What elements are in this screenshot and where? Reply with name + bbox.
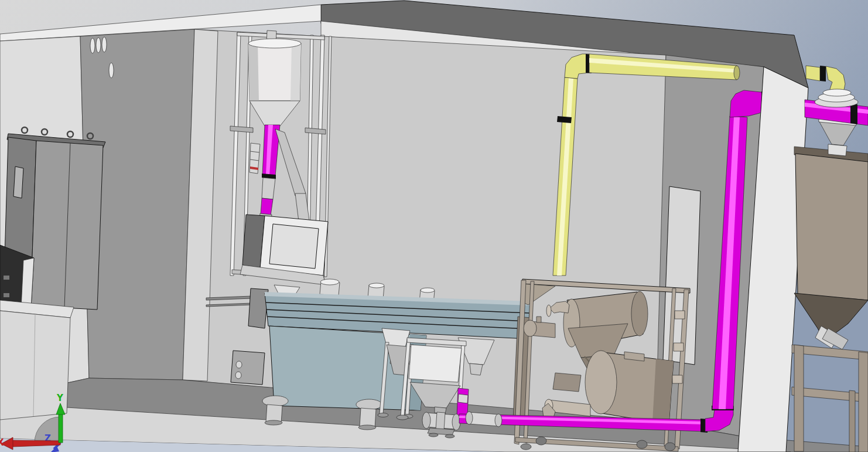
pipe-clamp (850, 103, 857, 124)
x-axis-label: X (0, 437, 4, 448)
pipe-sleeve (262, 178, 275, 199)
cable-hole (102, 37, 107, 52)
pipe-clamp (820, 66, 826, 81)
cable-hole (96, 38, 101, 53)
silo-body[interactable] (795, 154, 868, 300)
monitor-button[interactable] (4, 276, 9, 280)
hinge (675, 311, 685, 319)
y-axis-label: Y (56, 393, 64, 403)
yellow-pipe-end (734, 66, 740, 80)
bracket-knob (236, 361, 242, 368)
hopper-magenta-pipe2[interactable] (261, 198, 273, 216)
hopper-lid (248, 39, 301, 48)
pipe-sleeve (458, 394, 468, 403)
sifter-window (269, 224, 319, 269)
monitor-button[interactable] (4, 293, 9, 297)
bracket-knob (235, 372, 241, 379)
pipe-clamp (557, 116, 572, 123)
hinge (672, 375, 682, 383)
screen-bracket (231, 351, 265, 385)
cyclone-neck (828, 144, 847, 156)
station-panel (409, 345, 462, 382)
cable-hole (109, 63, 114, 78)
pipe-sleeve (469, 412, 499, 426)
cabinet-front-face[interactable] (30, 141, 103, 310)
cad-viewport[interactable]: Electrical control cabinet Operator moni… (0, 0, 868, 452)
cable-hole (90, 38, 95, 53)
cabinet-handle-slot[interactable] (13, 166, 23, 198)
hinge (674, 343, 684, 351)
mill-base-block (553, 373, 581, 392)
station-foot (397, 415, 408, 420)
valve-flange (422, 412, 430, 429)
